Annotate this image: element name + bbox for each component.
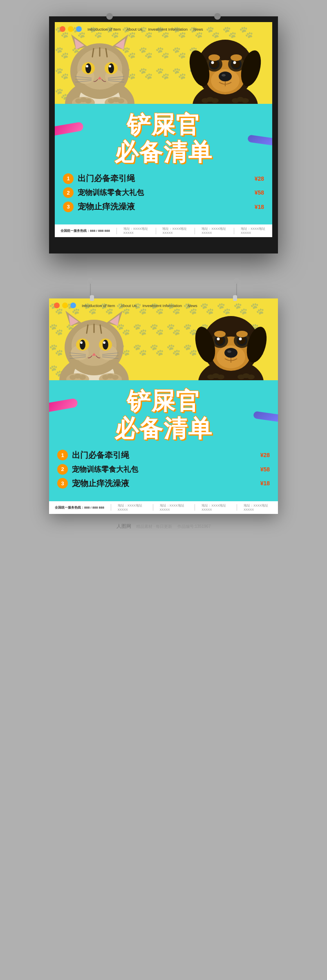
poster-clip-right bbox=[233, 295, 237, 301]
item-text-4: 出门必备牵引绳 bbox=[72, 450, 129, 461]
hang-system bbox=[49, 278, 278, 298]
footer-divider-7 bbox=[195, 504, 195, 511]
svg-point-57 bbox=[211, 98, 219, 103]
item-price-6: ¥18 bbox=[260, 480, 270, 487]
nav-link-news[interactable]: News bbox=[193, 27, 203, 31]
nav-bar-2: Introduction of Item About Us Investment… bbox=[54, 303, 273, 308]
nav-link-about[interactable]: About Us bbox=[126, 27, 142, 31]
svg-point-106 bbox=[214, 331, 226, 337]
svg-point-94 bbox=[112, 375, 119, 380]
cat-image-2 bbox=[53, 309, 143, 380]
nav-dot-3[interactable] bbox=[76, 26, 82, 32]
list-item: 2 宠物训练零食大礼包 ¥58 bbox=[63, 187, 264, 198]
nav-link-invest[interactable]: Investment Information bbox=[148, 27, 188, 31]
footer-logo-2: 全国统一服务热线：888 / 888 888 bbox=[55, 505, 104, 510]
nav-dot-4[interactable] bbox=[54, 303, 60, 308]
item-text-1: 出门必备牵引绳 bbox=[78, 173, 135, 184]
footer-info-4: 地址：XXXX地址XXXXX bbox=[241, 227, 267, 235]
main-title-2: 铲屎官 必备清单 bbox=[57, 384, 270, 445]
item-num-2: 2 bbox=[63, 187, 74, 198]
footer-info-8: 地址：XXXX地址XXXXX bbox=[244, 504, 272, 511]
item-price-4: ¥28 bbox=[260, 452, 270, 458]
item-price-2: ¥58 bbox=[255, 189, 264, 196]
footer-divider-6 bbox=[153, 504, 153, 511]
svg-point-33 bbox=[118, 99, 124, 103]
footer-divider bbox=[116, 228, 117, 234]
footer-divider-8 bbox=[237, 504, 237, 511]
footer-info-6: 地址：XXXX地址XXXXX bbox=[160, 504, 188, 511]
main-title-line1: 铲屎官 bbox=[63, 111, 264, 139]
dog-image bbox=[182, 32, 268, 104]
nav-link-item[interactable]: Introduction of Item bbox=[87, 27, 121, 31]
list-item: 2 宠物训练零食大礼包 ¥58 bbox=[57, 464, 270, 475]
footer-info-3: 地址：XXXX地址XXXXX bbox=[202, 227, 227, 235]
svg-point-51 bbox=[222, 74, 226, 76]
nav-links-2: Introduction of Item About Us Investment… bbox=[82, 303, 197, 308]
items-list: 1 出门必备牵引绳 ¥28 2 宠物训练零食大礼包 ¥58 3 宠物止痒洗澡液 … bbox=[63, 173, 264, 212]
work-id: 作品编号:1351967 bbox=[177, 524, 211, 529]
svg-point-17 bbox=[86, 65, 88, 67]
frame-pin-right bbox=[214, 13, 221, 20]
frame-pin-left bbox=[106, 13, 113, 20]
item-text-3: 宠物止痒洗澡液 bbox=[78, 201, 135, 212]
nav-links: Introduction of Item About Us Investment… bbox=[87, 27, 203, 31]
hanging-poster-wrapper: Introduction of Item About Us Investment… bbox=[49, 278, 278, 514]
item-num-5: 2 bbox=[57, 464, 68, 475]
item-num-6: 3 bbox=[57, 478, 68, 489]
svg-point-45 bbox=[208, 54, 220, 61]
main-title-line2-2: 必备清单 bbox=[57, 415, 270, 442]
main-title: 铲屎官 必备清单 bbox=[63, 108, 264, 169]
svg-point-46 bbox=[231, 54, 242, 61]
svg-point-78 bbox=[80, 341, 83, 344]
framed-poster-wrapper: Introduction of Item About Us Investment… bbox=[49, 16, 278, 253]
footer-info-1: 地址：XXXX地址XXXXX bbox=[123, 227, 149, 235]
footer-bar: 全国统一服务热线：888 / 888 888 地址：XXXX地址XXXXX 地址… bbox=[55, 224, 272, 237]
item-price-3: ¥18 bbox=[255, 204, 264, 210]
svg-point-121 bbox=[247, 375, 255, 379]
svg-point-60 bbox=[242, 98, 249, 103]
nav-dot-1[interactable] bbox=[60, 26, 65, 32]
footer-bar-2: 全国统一服务热线：888 / 888 888 地址：XXXX地址XXXXX 地址… bbox=[49, 501, 278, 514]
svg-point-50 bbox=[219, 72, 232, 81]
list-item: 3 宠物止痒洗澡液 ¥18 bbox=[63, 201, 264, 212]
svg-point-16 bbox=[108, 63, 114, 73]
list-item: 1 出门必备牵引绳 ¥28 bbox=[57, 450, 270, 461]
svg-point-18 bbox=[109, 65, 111, 67]
nav-link-invest-2[interactable]: Investment Information bbox=[142, 303, 182, 308]
footer-divider-3 bbox=[195, 228, 195, 234]
poster-clip-left bbox=[90, 295, 94, 301]
poster-2: Introduction of Item About Us Investment… bbox=[49, 298, 278, 514]
poster-bottom-2: 铲屎官 必备清单 1 出门必备牵引绳 ¥28 2 宠物训练零食大礼包 ¥58 bbox=[49, 380, 278, 501]
svg-point-43 bbox=[211, 61, 214, 64]
nav-link-item-2[interactable]: Introduction of Item bbox=[82, 303, 115, 308]
svg-point-79 bbox=[103, 341, 105, 344]
nav-link-news-2[interactable]: News bbox=[188, 303, 197, 308]
svg-point-77 bbox=[103, 340, 108, 350]
nav-link-about-2[interactable]: About Us bbox=[121, 303, 137, 308]
main-title-line2: 必备清单 bbox=[63, 139, 264, 166]
nav-dot-2[interactable] bbox=[68, 26, 74, 32]
svg-point-91 bbox=[79, 375, 86, 380]
item-price-1: ¥28 bbox=[255, 175, 264, 182]
svg-point-112 bbox=[227, 350, 231, 353]
footer-divider-4 bbox=[234, 228, 234, 234]
ceiling-clip-right bbox=[234, 278, 240, 284]
nav-dot-6[interactable] bbox=[70, 303, 76, 308]
svg-point-30 bbox=[85, 99, 92, 103]
watermark-area: 人图网 精品素材 · 每日更新 作品编号:1351967 bbox=[116, 522, 211, 530]
svg-point-107 bbox=[236, 331, 248, 337]
footer-info-2: 地址：XXXX地址XXXXX bbox=[162, 227, 188, 235]
footer-info-7: 地址：XXXX地址XXXXX bbox=[202, 504, 230, 511]
footer-info-5: 地址：XXXX地址XXXXX bbox=[118, 504, 146, 511]
ceiling-clip-left bbox=[87, 278, 93, 284]
item-text-5: 宠物训练零食大礼包 bbox=[72, 464, 138, 474]
item-text-6: 宠物止痒洗澡液 bbox=[72, 478, 129, 489]
items-list-2: 1 出门必备牵引绳 ¥28 2 宠物训练零食大礼包 ¥58 3 宠物止痒洗澡液 … bbox=[57, 450, 270, 489]
list-item: 3 宠物止痒洗澡液 ¥18 bbox=[57, 478, 270, 489]
nav-dot-5[interactable] bbox=[62, 303, 68, 308]
dog-image-2 bbox=[188, 309, 274, 380]
svg-point-105 bbox=[239, 338, 242, 341]
item-text-2: 宠物训练零食大礼包 bbox=[78, 188, 144, 197]
svg-point-44 bbox=[233, 61, 236, 64]
svg-point-104 bbox=[217, 338, 220, 341]
